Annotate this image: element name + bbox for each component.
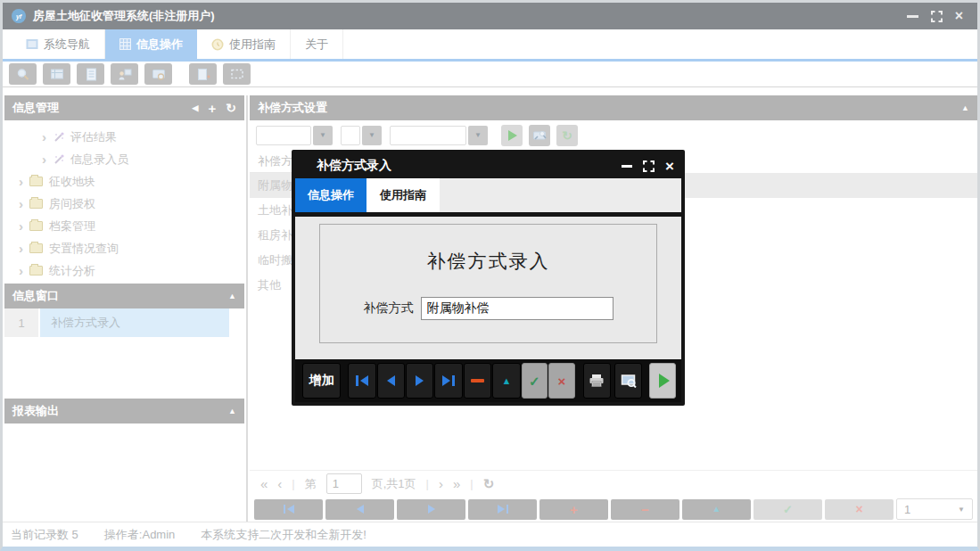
cancel-button[interactable]: × (825, 499, 894, 520)
folder-icon (29, 243, 43, 253)
filter-toolbar: ▼ ▼ ▼ ↻ (250, 120, 977, 150)
print-button[interactable] (583, 363, 611, 399)
chevron-down-icon[interactable]: ▼ (468, 126, 488, 145)
refresh-button[interactable]: ↻ (556, 125, 578, 146)
panel-header-info-window: 信息窗口 ▲ (4, 284, 244, 308)
tab-about[interactable]: 关于 (291, 29, 343, 59)
tab-label: 信息操作 (136, 37, 183, 53)
tree-item-resettlement-query[interactable]: › 安置情况查询 (4, 237, 244, 259)
toolbar-user-computer-button[interactable] (111, 63, 138, 85)
tree-item-archive-management[interactable]: › 档案管理 (4, 215, 244, 237)
tab-info-operation[interactable]: 信息操作 (105, 29, 197, 59)
toolbar-document-button[interactable] (77, 63, 104, 85)
tree-item-expropriated-parcel[interactable]: › 征收地块 (4, 170, 244, 193)
confirm-button[interactable]: ✓ (754, 499, 822, 520)
cancel-button[interactable]: × (548, 363, 575, 399)
first-page-icon[interactable]: « (260, 477, 268, 490)
edit-record-button[interactable]: ▲ (682, 499, 751, 520)
panel-header-report-output: 报表输出 ▲ (4, 399, 244, 424)
last-record-button[interactable] (434, 363, 462, 399)
panel-tools: ▲ (228, 407, 236, 415)
dialog-title: 补偿方式录入 (317, 158, 391, 174)
check-icon: ✓ (529, 374, 540, 388)
combo-field[interactable] (341, 126, 360, 145)
chevron-down-icon: ▼ (958, 506, 965, 514)
combo-field[interactable] (256, 126, 311, 145)
refresh-icon[interactable]: ↻ (226, 102, 236, 114)
chevron-right-icon: › (19, 219, 23, 233)
tree-item-statistical-analysis[interactable]: › 统计分析 (4, 259, 244, 282)
close-button[interactable]: × (955, 9, 963, 23)
collapse-up-icon[interactable]: ▲ (228, 407, 236, 415)
tab-user-guide[interactable]: 使用指南 (197, 29, 291, 59)
next-page-icon[interactable]: › (439, 477, 443, 490)
collapse-up-icon[interactable]: ▲ (228, 292, 236, 300)
toolbar-search-button[interactable] (9, 63, 37, 85)
filter-combo-2: ▼ (341, 126, 382, 145)
tab-label: 使用指南 (229, 37, 276, 53)
add-button[interactable]: 增加 (302, 363, 341, 399)
next-record-button[interactable] (406, 363, 433, 399)
chevron-down-icon[interactable]: ▼ (362, 126, 382, 145)
restore-button[interactable] (931, 11, 943, 22)
menu-tabs: 系统导航 信息操作 使用指南 关于 (3, 29, 977, 62)
last-page-icon[interactable]: » (453, 477, 460, 490)
minimize-icon (622, 165, 632, 168)
titlebar: yf 房屋土地征收管理系统(非注册用户) × (3, 3, 977, 29)
chevron-down-icon[interactable]: ▼ (313, 126, 333, 145)
dialog-tab-info-operation[interactable]: 信息操作 (295, 178, 366, 212)
list-item-index: 1 (4, 308, 40, 337)
next-record-button[interactable] (397, 499, 465, 520)
delete-record-button[interactable]: − (611, 499, 679, 520)
triangle-right-icon (428, 505, 435, 514)
delete-record-button[interactable] (464, 363, 491, 399)
add-icon[interactable]: + (209, 102, 217, 115)
first-record-button[interactable] (254, 499, 323, 520)
preview-button[interactable] (614, 363, 642, 399)
window-title: 房屋土地征收管理系统(非注册用户) (33, 8, 215, 24)
prev-record-button[interactable] (325, 499, 394, 520)
chevron-right-icon: › (19, 197, 23, 210)
run-button[interactable] (649, 363, 676, 399)
window-controls: × (907, 9, 968, 23)
collapse-left-icon[interactable]: ◀ (193, 103, 199, 112)
run-query-button[interactable] (501, 125, 523, 146)
minimize-button[interactable] (907, 15, 918, 18)
user-search-button[interactable] (529, 125, 550, 146)
combo-field[interactable] (390, 126, 466, 145)
reload-icon[interactable]: ↻ (483, 476, 495, 492)
tree-item-assessment-results[interactable]: › 评估结果 (4, 126, 244, 148)
tree-item-room-authorization[interactable]: › 房间授权 (4, 193, 244, 215)
dialog-tab-user-guide[interactable]: 使用指南 (366, 178, 440, 212)
first-record-button[interactable] (348, 363, 375, 399)
list-item[interactable]: 1 补偿方式录入 (4, 308, 244, 337)
compensation-type-input[interactable] (421, 297, 614, 320)
form-panel: 补偿方式录入 补偿方式 (319, 224, 657, 343)
preview-icon (621, 374, 637, 388)
toolbar-monitor-search-button[interactable] (144, 63, 172, 85)
record-count-select[interactable]: 1 ▼ (896, 498, 973, 520)
tab-system-nav[interactable]: 系统导航 (12, 29, 105, 59)
collapse-up-icon[interactable]: ▲ (961, 103, 969, 112)
triangle-left-icon (387, 375, 395, 386)
panel-header-info-management: 信息管理 ◀ + ↻ (4, 95, 244, 120)
doc-add-icon (196, 68, 210, 81)
last-record-button[interactable] (468, 499, 537, 520)
prev-record-button[interactable] (377, 363, 405, 399)
add-record-button[interactable]: + (539, 499, 608, 520)
toolbar-selection-button[interactable] (223, 63, 251, 85)
dialog-close-button[interactable]: × (665, 159, 674, 174)
prev-page-icon[interactable]: ‹ (277, 477, 282, 490)
toolbar-table-button[interactable] (43, 63, 70, 85)
tab-label: 关于 (305, 37, 328, 53)
panel-tools: ▲ (228, 292, 236, 300)
tree-item-info-entry-clerk[interactable]: › 信息录入员 (4, 148, 244, 170)
edit-record-button[interactable]: ▲ (492, 363, 520, 399)
compensation-type-label: 补偿方式 (364, 300, 414, 317)
dialog-maximize-button[interactable] (643, 160, 655, 172)
toolbar-doc-add-button[interactable] (189, 63, 217, 85)
confirm-button[interactable]: ✓ (522, 363, 548, 399)
page-number-input[interactable] (326, 473, 362, 494)
dialog-minimize-button[interactable] (622, 165, 632, 168)
first-icon (284, 505, 285, 514)
